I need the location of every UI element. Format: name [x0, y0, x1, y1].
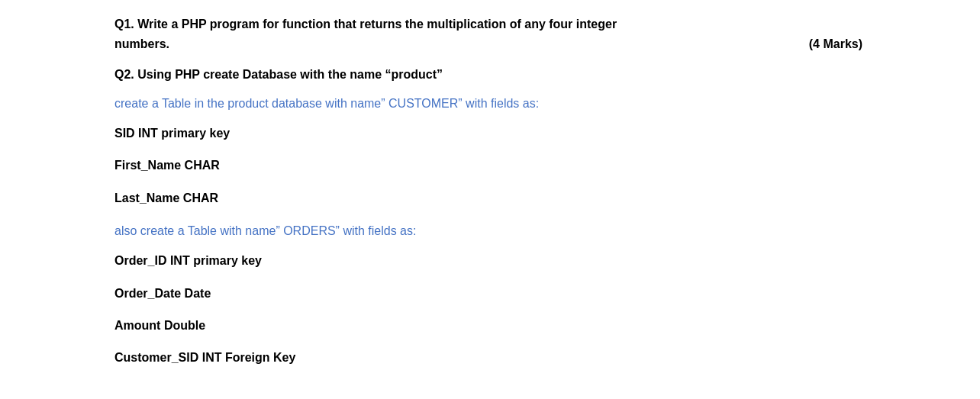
q1-marks: (4 Marks): [809, 35, 862, 53]
q2-text: Q2. Using PHP create Database with the n…: [114, 66, 862, 84]
q1-line1: Q1. Write a PHP program for function tha…: [114, 15, 862, 34]
orders-fields-list: Order_ID INT primary key Order_Date Date…: [114, 253, 862, 367]
orders-table-instruction: also create a Table with name” ORDERS” w…: [114, 222, 862, 240]
question-1-block: Q1. Write a PHP program for function tha…: [114, 15, 862, 55]
orders-field-amount: Amount Double: [114, 317, 862, 334]
question-2-block: Q2. Using PHP create Database with the n…: [114, 66, 862, 84]
orders-field-customersid: Customer_SID INT Foreign Key: [114, 349, 862, 366]
q1-line2-left: numbers.: [114, 35, 169, 53]
customer-table-instruction: create a Table in the product database w…: [114, 95, 862, 113]
customer-field-lastname: Last_Name CHAR: [114, 190, 862, 207]
customer-fields-list: SID INT primary key First_Name CHAR Last…: [114, 125, 862, 207]
content-area: Q1. Write a PHP program for function tha…: [114, 15, 862, 367]
customer-field-firstname: First_Name CHAR: [114, 157, 862, 174]
orders-field-orderdate: Order_Date Date: [114, 285, 862, 302]
customer-field-sid: SID INT primary key: [114, 125, 862, 142]
orders-field-orderid: Order_ID INT primary key: [114, 253, 862, 269]
